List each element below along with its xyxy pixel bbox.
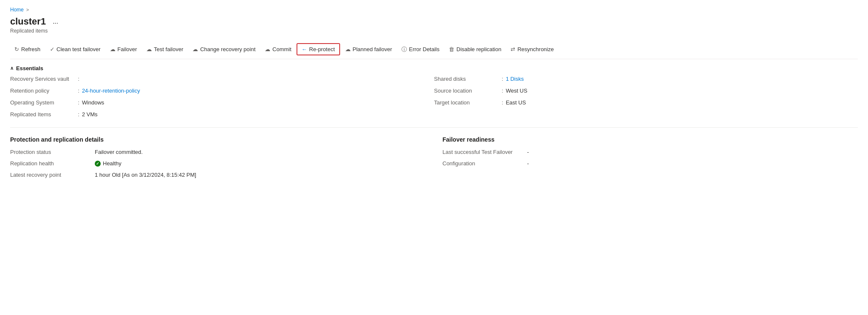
target-location-label: Target location — [434, 99, 502, 106]
replicated-items-value: 2 VMs — [82, 111, 98, 118]
essentials-section-header: ∧ Essentials — [10, 59, 858, 76]
essentials-row-target-location: Target location : East US — [434, 99, 858, 109]
target-location-value: East US — [506, 99, 526, 106]
details-row-configuration: Configuration - — [442, 160, 841, 167]
toolbar: ↻ Refresh ✓ Clean test failover ☁ Failov… — [10, 40, 858, 59]
essentials-row-source-location: Source location : West US — [434, 88, 858, 97]
replicated-items-label: Replicated Items — [10, 111, 78, 118]
details-row-replication-health: Replication health Healthy — [10, 160, 417, 167]
details-section: Protection and replication details Prote… — [10, 128, 858, 183]
re-protect-button[interactable]: ← Re-protect — [297, 43, 340, 55]
details-row-protection-status: Protection status Failover committed. — [10, 149, 417, 155]
essentials-row-os: Operating System : Windows — [10, 99, 434, 109]
details-row-recovery-point: Latest recovery point 1 hour Old [As on … — [10, 172, 417, 178]
planned-failover-button[interactable]: ☁ Planned failover — [341, 44, 396, 55]
replication-health-value: Healthy — [103, 160, 121, 167]
protection-details-title: Protection and replication details — [10, 136, 417, 143]
replication-health-label: Replication health — [10, 160, 95, 167]
shared-disks-value[interactable]: 1 Disks — [506, 76, 524, 82]
essentials-left-col: Recovery Services vault : Retention poli… — [10, 76, 434, 121]
last-test-failover-value: - — [527, 149, 529, 155]
essentials-row-replicated-items: Replicated Items : 2 VMs — [10, 111, 434, 121]
breadcrumb-separator: > — [26, 7, 29, 12]
latest-recovery-point-label: Latest recovery point — [10, 172, 95, 178]
cloud-commit-icon: ☁ — [265, 46, 270, 52]
page-subtitle: Replicated items — [10, 28, 858, 34]
protection-status-value: Failover committed. — [95, 149, 143, 155]
os-value: Windows — [82, 99, 104, 106]
essentials-row-vault: Recovery Services vault : — [10, 76, 434, 85]
refresh-button[interactable]: ↻ Refresh — [10, 44, 45, 55]
cloud-recovery-icon: ☁ — [192, 46, 198, 52]
last-test-failover-label: Last successful Test Failover — [442, 149, 527, 155]
retention-label: Retention policy — [10, 88, 78, 94]
configuration-value: - — [527, 160, 529, 167]
trash-icon: 🗑 — [449, 46, 454, 52]
essentials-row-retention: Retention policy : 24-hour-retention-pol… — [10, 88, 434, 97]
details-row-last-test-failover: Last successful Test Failover - — [442, 149, 841, 155]
failover-readiness-title: Failover readiness — [442, 136, 841, 143]
cloud-planned-icon: ☁ — [345, 46, 351, 52]
essentials-grid: Recovery Services vault : Retention poli… — [10, 76, 858, 128]
info-circle-icon: ⓘ — [401, 46, 407, 53]
arrow-left-icon: ← — [302, 46, 307, 52]
change-recovery-point-button[interactable]: ☁ Change recovery point — [188, 44, 260, 55]
cloud-test-icon: ☁ — [146, 46, 152, 52]
sync-icon: ⇄ — [511, 46, 515, 52]
page-title: cluster1 — [10, 16, 46, 27]
latest-recovery-point-value: 1 hour Old [As on 3/12/2024, 8:15:42 PM] — [95, 172, 196, 178]
failover-button[interactable]: ☁ Failover — [106, 44, 141, 55]
healthy-badge: Healthy — [95, 160, 121, 167]
test-failover-button[interactable]: ☁ Test failover — [142, 44, 187, 55]
breadcrumb: Home > — [10, 7, 858, 13]
refresh-icon: ↻ — [14, 46, 19, 52]
commit-button[interactable]: ☁ Commit — [261, 44, 296, 55]
protection-details-col: Protection and replication details Prote… — [10, 136, 434, 183]
configuration-label: Configuration — [442, 160, 527, 167]
page-header: cluster1 ... — [10, 16, 858, 27]
ellipsis-button[interactable]: ... — [50, 17, 60, 26]
os-label: Operating System — [10, 99, 78, 106]
clean-test-failover-button[interactable]: ✓ Clean test failover — [46, 44, 105, 55]
essentials-row-shared-disks: Shared disks : 1 Disks — [434, 76, 858, 85]
checkmark-icon: ✓ — [50, 46, 55, 52]
resynchronize-button[interactable]: ⇄ Resynchronize — [506, 44, 558, 55]
source-location-value: West US — [506, 88, 527, 94]
essentials-title: Essentials — [16, 65, 43, 71]
essentials-right-col: Shared disks : 1 Disks Source location :… — [434, 76, 858, 121]
cloud-failover-icon: ☁ — [110, 46, 115, 52]
shared-disks-label: Shared disks — [434, 76, 502, 82]
chevron-down-icon: ∧ — [10, 66, 14, 71]
breadcrumb-home[interactable]: Home — [10, 7, 24, 13]
protection-status-label: Protection status — [10, 149, 95, 155]
disable-replication-button[interactable]: 🗑 Disable replication — [445, 44, 505, 55]
failover-readiness-col: Failover readiness Last successful Test … — [434, 136, 858, 183]
vault-label: Recovery Services vault — [10, 76, 78, 82]
retention-value[interactable]: 24-hour-retention-policy — [82, 88, 140, 94]
healthy-icon — [95, 161, 101, 167]
source-location-label: Source location — [434, 88, 502, 94]
error-details-button[interactable]: ⓘ Error Details — [397, 44, 444, 55]
